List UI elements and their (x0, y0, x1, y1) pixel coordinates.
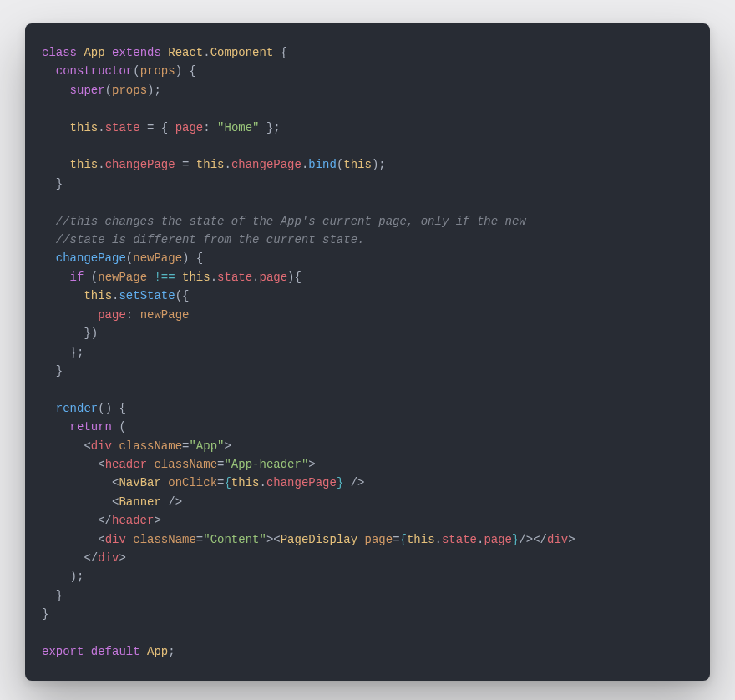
code-comment: //state is different from the current st… (42, 233, 364, 246)
code-token: ( (105, 84, 112, 97)
code-token: }) (42, 327, 98, 340)
code-token: = (196, 533, 203, 546)
code-token: . (203, 46, 210, 59)
code-token: this (70, 121, 99, 134)
code-token (42, 420, 70, 434)
code-token: return (70, 420, 119, 434)
code-token: . (98, 158, 104, 171)
code-token: ); (42, 570, 84, 583)
code-token: page (365, 533, 393, 546)
code-token: < (42, 458, 105, 471)
code-token: ( (119, 420, 125, 434)
code-token: /> (168, 495, 182, 509)
code-token: page (260, 271, 288, 284)
code-token: className (133, 533, 196, 546)
code-token: < (42, 439, 91, 453)
code-token: ( (133, 64, 139, 78)
code-token: "App" (189, 439, 224, 453)
code-token: : (126, 308, 140, 322)
code-token: } (42, 607, 48, 621)
code-token: page (175, 121, 204, 134)
code-token: PageDisplay (281, 533, 365, 546)
code-block: class App extends React.Component { cons… (42, 43, 693, 661)
code-token: changePage (105, 158, 175, 171)
code-token (42, 402, 56, 415)
code-token: this (231, 476, 260, 489)
code-token: className (119, 439, 182, 453)
code-token (42, 158, 70, 171)
code-token: div (98, 551, 119, 565)
code-token: /></ (519, 533, 547, 546)
code-token: = { (140, 121, 175, 134)
code-token: if (70, 271, 91, 284)
code-token: this (182, 271, 210, 284)
code-token: }; (260, 121, 281, 134)
code-token: this (343, 158, 372, 171)
code-token: div (547, 533, 568, 546)
code-token: extends (112, 46, 168, 59)
code-token: setState (119, 289, 175, 302)
code-token: bind (308, 158, 337, 171)
code-token: ( (91, 271, 98, 284)
code-token: ( (126, 251, 133, 265)
code-token: Component (210, 46, 281, 59)
code-token: state (105, 121, 140, 134)
code-token: default (91, 645, 147, 658)
code-token: render (56, 402, 98, 415)
code-token: ) { (182, 251, 203, 265)
code-token: ){ (287, 271, 302, 284)
code-token: }; (42, 346, 84, 359)
code-token: newPage (133, 251, 182, 265)
code-token: ({ (175, 289, 190, 302)
code-token: = (175, 158, 196, 171)
code-token: header (112, 514, 154, 527)
code-token: props (140, 64, 175, 78)
code-token: changePage (266, 476, 337, 489)
code-token: < (42, 476, 119, 489)
code-token: { (400, 533, 407, 546)
code-token: this (84, 289, 112, 302)
code-token: . (252, 271, 259, 284)
code-token: newPage (140, 308, 190, 322)
code-token: "Home" (217, 121, 259, 134)
code-token (42, 251, 56, 265)
code-token: . (435, 533, 442, 546)
code-token (42, 121, 70, 134)
code-token: } (42, 364, 63, 378)
code-token: changePage (56, 251, 126, 265)
code-comment: //this changes the state of the App's cu… (42, 215, 526, 228)
code-token: > (119, 551, 125, 565)
code-token: App (84, 46, 112, 59)
code-token: { (224, 476, 231, 489)
code-token: div (91, 439, 119, 453)
code-token: : (203, 121, 217, 134)
code-token: Banner (119, 495, 168, 509)
code-token (42, 84, 70, 97)
code-token: state (217, 271, 252, 284)
code-token: page (98, 308, 126, 322)
code-token: React (168, 46, 203, 59)
code-token: = (393, 533, 399, 546)
code-token: NavBar (119, 476, 168, 489)
code-token: constructor (56, 64, 133, 78)
code-token: . (98, 121, 104, 134)
code-token: this (196, 158, 225, 171)
code-token: { (281, 46, 287, 59)
code-token: </ (42, 514, 112, 527)
code-token: < (42, 495, 119, 509)
code-token: class (42, 46, 84, 59)
code-token: < (42, 533, 105, 546)
code-token: > (308, 458, 315, 471)
code-token: !== (154, 271, 182, 284)
code-token: App (147, 645, 168, 658)
code-token: newPage (98, 271, 154, 284)
code-token: header (105, 458, 155, 471)
code-token: export (42, 645, 91, 658)
code-token: /> (343, 476, 364, 489)
code-token: "App-header" (224, 458, 308, 471)
code-token: page (484, 533, 512, 546)
code-snippet-card: class App extends React.Component { cons… (25, 23, 710, 681)
code-token: onClick (168, 476, 217, 489)
code-token: . (210, 271, 217, 284)
code-token: () { (98, 402, 126, 415)
